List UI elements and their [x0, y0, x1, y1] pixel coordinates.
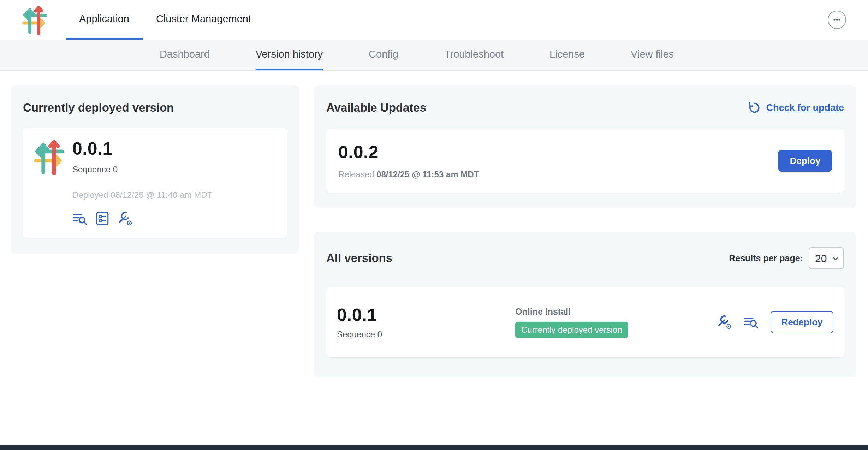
released-prefix: Released: [338, 170, 374, 179]
results-per-page-select-wrap: 20: [809, 247, 844, 269]
check-for-update-label: Check for update: [766, 102, 844, 113]
wrench-gear-icon: [118, 211, 132, 226]
update-version-number: 0.0.2: [338, 142, 479, 162]
deploy-button[interactable]: Deploy: [778, 150, 832, 172]
currently-deployed-card: Currently deployed version: [11, 85, 299, 254]
logs-search-icon: [744, 315, 759, 330]
update-released-line: Released 08/12/25 @ 11:53 am MDT: [338, 170, 479, 179]
available-updates-header: Available Updates Check for update: [326, 101, 844, 114]
available-updates-card: Available Updates Check for update 0.0.2…: [314, 85, 856, 208]
subnav-item-version-history[interactable]: Version history: [256, 40, 323, 70]
deployed-version-box: 0.0.1 Sequence 0 Deployed 08/12/25 @ 11:…: [23, 128, 287, 238]
deployed-version-info: 0.0.1 Sequence 0 Deployed 08/12/25 @ 11:…: [72, 136, 212, 226]
more-menu-button[interactable]: [828, 11, 846, 29]
version-row-status: Online Install Currently deployed versio…: [515, 307, 717, 338]
subnav-item-config[interactable]: Config: [369, 40, 398, 70]
redeploy-button[interactable]: Redeploy: [771, 311, 833, 333]
currently-deployed-title: Currently deployed version: [23, 101, 287, 114]
view-logs-button[interactable]: [72, 211, 87, 226]
checklist-icon: [95, 211, 110, 226]
main-content: Currently deployed version: [0, 71, 868, 377]
app-logo-icon: [32, 138, 66, 226]
row-edit-config-button[interactable]: [717, 315, 732, 330]
subnav-item-view-files[interactable]: View files: [631, 40, 674, 70]
subnav-item-troubleshoot[interactable]: Troubleshoot: [444, 40, 504, 70]
top-header: Application Cluster Management: [0, 0, 868, 40]
wrench-gear-icon: [717, 315, 732, 330]
row-view-logs-button[interactable]: [744, 315, 759, 330]
tab-cluster-management-label: Cluster Management: [156, 13, 251, 25]
available-update-row: 0.0.2 Released 08/12/25 @ 11:53 am MDT D…: [326, 129, 844, 193]
release-notes-button[interactable]: [95, 211, 110, 226]
install-type-label: Online Install: [515, 307, 717, 317]
deployed-sequence: Sequence 0: [72, 165, 212, 174]
currently-deployed-badge: Currently deployed version: [515, 322, 628, 338]
bottom-dark-strip: [0, 445, 868, 450]
ellipsis-icon: [831, 14, 843, 25]
subnav-item-license[interactable]: License: [549, 40, 585, 70]
deployed-version-number: 0.0.1: [72, 138, 212, 159]
version-row-info: 0.0.1 Sequence 0: [337, 305, 515, 339]
app-subnav: Dashboard Version history Config Trouble…: [0, 40, 868, 71]
edit-config-button[interactable]: [118, 211, 132, 226]
results-per-page-select[interactable]: 20: [809, 247, 844, 269]
all-versions-title: All versions: [326, 251, 392, 265]
right-column: Available Updates Check for update 0.0.2…: [314, 85, 856, 377]
results-per-page-label: Results per page:: [729, 253, 803, 264]
check-for-update-link[interactable]: Check for update: [748, 101, 844, 114]
version-row: 0.0.1 Sequence 0 Online Install Currentl…: [326, 287, 844, 357]
tab-application-label: Application: [79, 13, 129, 25]
version-row-number: 0.0.1: [337, 305, 515, 325]
subnav-item-dashboard[interactable]: Dashboard: [160, 40, 210, 70]
results-per-page: Results per page: 20: [729, 247, 844, 269]
version-row-sequence: Sequence 0: [337, 330, 515, 339]
update-version-info: 0.0.2 Released 08/12/25 @ 11:53 am MDT: [338, 142, 479, 179]
available-updates-title: Available Updates: [326, 101, 426, 114]
released-date: 08/12/25 @ 11:53 am MDT: [376, 170, 479, 179]
top-tab-bar: Application Cluster Management: [66, 0, 264, 40]
logs-search-icon: [72, 211, 87, 226]
tab-cluster-management[interactable]: Cluster Management: [143, 0, 264, 40]
kots-admin-console: Application Cluster Management Dashboard…: [0, 0, 868, 450]
all-versions-card: All versions Results per page: 20: [314, 232, 856, 377]
tab-application[interactable]: Application: [66, 0, 143, 40]
deployed-timestamp: Deployed 08/12/25 @ 11:40 am MDT: [72, 190, 212, 200]
app-logo-icon: [20, 5, 49, 35]
app-subnav-items: Dashboard Version history Config Trouble…: [160, 40, 868, 70]
all-versions-header: All versions Results per page: 20: [326, 247, 844, 269]
version-row-actions: Redeploy: [717, 311, 833, 333]
deployed-actions: [72, 211, 212, 226]
history-refresh-icon: [748, 101, 761, 114]
